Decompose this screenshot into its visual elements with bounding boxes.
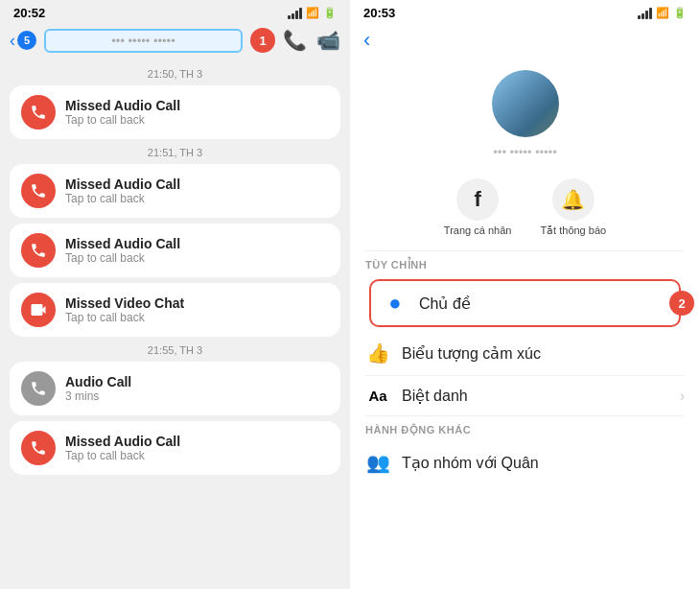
right-time: 20:53 bbox=[363, 6, 395, 20]
avatar bbox=[492, 70, 559, 137]
call-subtitle-5: 3 mins bbox=[65, 389, 131, 403]
call-subtitle-3: Tap to call back bbox=[65, 251, 180, 265]
bell-icon: 🔔 bbox=[552, 178, 595, 221]
profile-name: ••• ••••• ••••• bbox=[493, 145, 556, 159]
action-facebook[interactable]: f Trang cá nhân bbox=[444, 178, 512, 237]
thumbs-up-icon: 👍 bbox=[365, 342, 390, 365]
call-text-1: Missed Audio Call Tap to call back bbox=[65, 98, 180, 127]
call-text-4: Missed Video Chat Tap to call back bbox=[65, 295, 184, 324]
call-subtitle-4: Tap to call back bbox=[65, 311, 184, 324]
action-facebook-label: Trang cá nhân bbox=[444, 224, 512, 236]
missed-audio-icon-2 bbox=[21, 174, 56, 208]
menu-item-nickname[interactable]: Aa Biệt danh › bbox=[350, 376, 700, 415]
timestamp-t1: 21:50, TH 3 bbox=[10, 68, 340, 80]
call-item-1[interactable]: Missed Audio Call Tap to call back bbox=[10, 85, 340, 139]
call-text-2: Missed Audio Call Tap to call back bbox=[65, 177, 180, 205]
back-count-badge: 5 bbox=[17, 31, 36, 50]
timestamp-t2: 21:51, TH 3 bbox=[10, 147, 340, 158]
menu-item-create-group-text: Tạo nhóm với Quân bbox=[402, 454, 539, 472]
chat-content: 21:50, TH 3 Missed Audio Call Tap to cal… bbox=[0, 60, 350, 589]
facebook-icon: f bbox=[456, 178, 499, 221]
call-title-6: Missed Audio Call bbox=[65, 434, 180, 449]
call-item-2[interactable]: Missed Audio Call Tap to call back bbox=[10, 164, 340, 218]
number-badge-1: 1 bbox=[250, 28, 275, 53]
right-header: ‹ bbox=[350, 24, 700, 60]
profile-actions: f Trang cá nhân 🔔 Tắt thông báo bbox=[350, 173, 700, 250]
group-icon: 👥 bbox=[365, 451, 390, 474]
left-header: ‹ 5 ••• ••••• ••••• 1 📞 📹 bbox=[0, 24, 350, 60]
call-title-5: Audio Call bbox=[65, 374, 131, 389]
action-mute[interactable]: 🔔 Tắt thông báo bbox=[540, 178, 606, 237]
right-battery-icon: 🔋 bbox=[673, 7, 687, 19]
right-wifi-icon: 📶 bbox=[656, 7, 669, 19]
right-signal-icon bbox=[638, 8, 652, 19]
left-status-bar: 20:52 📶 🔋 bbox=[0, 0, 350, 24]
call-title-4: Missed Video Chat bbox=[65, 295, 184, 311]
contact-name: ••• ••••• ••••• bbox=[44, 29, 243, 53]
number-badge-2: 2 bbox=[669, 291, 694, 316]
menu-item-nickname-text: Biệt danh bbox=[402, 387, 468, 405]
call-item-5[interactable]: Audio Call 3 mins bbox=[10, 362, 340, 415]
call-item-4[interactable]: Missed Video Chat Tap to call back bbox=[10, 283, 340, 337]
menu-item-emoji-text: Biểu tượng cảm xúc bbox=[402, 344, 541, 363]
left-status-icons: 📶 🔋 bbox=[288, 7, 337, 19]
call-text-6: Missed Audio Call Tap to call back bbox=[65, 434, 180, 462]
call-title-1: Missed Audio Call bbox=[65, 98, 180, 113]
section-tuy-chinh: TÙY CHỈNH bbox=[350, 251, 700, 275]
wifi-icon: 📶 bbox=[306, 7, 319, 19]
call-item-6[interactable]: Missed Audio Call Tap to call back bbox=[10, 421, 340, 475]
right-status-bar: 20:53 📶 🔋 bbox=[350, 0, 700, 24]
missed-audio-icon-3 bbox=[21, 233, 56, 268]
call-item-3[interactable]: Missed Audio Call Tap to call back bbox=[10, 224, 340, 277]
call-title-3: Missed Audio Call bbox=[65, 236, 180, 251]
call-text-5: Audio Call 3 mins bbox=[65, 374, 131, 403]
call-subtitle-2: Tap to call back bbox=[65, 192, 180, 205]
phone-icon[interactable]: 📞 bbox=[283, 29, 307, 52]
call-text-3: Missed Audio Call Tap to call back bbox=[65, 236, 180, 265]
missed-video-icon bbox=[21, 293, 56, 327]
signal-icon bbox=[288, 8, 302, 19]
right-back-button[interactable]: ‹ bbox=[363, 28, 370, 52]
section-hanh-dong: HÀNH ĐỘNG KHÁC bbox=[350, 416, 700, 440]
back-button[interactable]: ‹ 5 bbox=[10, 31, 36, 51]
action-mute-label: Tắt thông báo bbox=[540, 224, 606, 237]
chevron-left-icon: ‹ bbox=[10, 31, 15, 51]
missed-audio-icon-6 bbox=[21, 431, 56, 465]
call-subtitle-6: Tap to call back bbox=[65, 449, 180, 462]
missed-audio-icon-1 bbox=[21, 95, 56, 130]
call-subtitle-1: Tap to call back bbox=[65, 113, 180, 127]
menu-item-chu-de-text: Chủ đề bbox=[419, 294, 471, 313]
menu-item-emoji[interactable]: 👍 Biểu tượng cảm xúc bbox=[350, 331, 700, 375]
chevron-right-icon: › bbox=[680, 388, 685, 405]
audio-call-icon bbox=[21, 371, 56, 406]
battery-icon: 🔋 bbox=[323, 7, 337, 19]
nickname-icon: Aa bbox=[365, 388, 390, 404]
timestamp-t3: 21:55, TH 3 bbox=[10, 344, 340, 356]
menu-item-chu-de[interactable]: ● Chủ đề 2 bbox=[369, 279, 681, 327]
right-status-icons: 📶 🔋 bbox=[638, 7, 687, 19]
left-time: 20:52 bbox=[13, 6, 45, 20]
theme-icon: ● bbox=[383, 291, 408, 316]
video-icon[interactable]: 📹 bbox=[316, 29, 340, 52]
left-panel: 20:52 📶 🔋 ‹ 5 ••• ••••• ••••• 1 📞 📹 21:5… bbox=[0, 0, 350, 589]
menu-item-create-group[interactable]: 👥 Tạo nhóm với Quân bbox=[350, 440, 700, 484]
profile-section: ••• ••••• ••••• bbox=[350, 60, 700, 173]
right-panel: 20:53 📶 🔋 ‹ ••• ••••• ••••• f Trang cá n… bbox=[350, 0, 700, 589]
call-title-2: Missed Audio Call bbox=[65, 177, 180, 192]
action-icons: 📞 📹 bbox=[283, 29, 340, 52]
